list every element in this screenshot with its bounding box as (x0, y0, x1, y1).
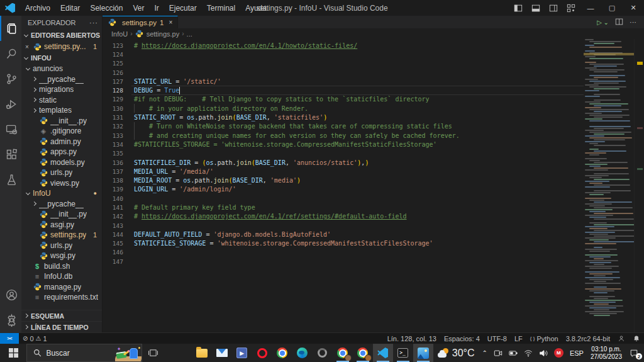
keyboard-language[interactable]: ESP (567, 344, 587, 362)
tree-file-asgi-py[interactable]: asgi.py (21, 220, 102, 230)
meet-now-icon[interactable] (491, 344, 506, 362)
tree-folder-anuncios[interactable]: anuncios (21, 64, 102, 74)
tree-folder--pycache-[interactable]: __pycache__ (21, 199, 102, 210)
close-icon[interactable]: × (25, 43, 33, 50)
eol-sequence[interactable]: LF (511, 333, 526, 344)
taskbar-edge-icon[interactable] (292, 344, 313, 362)
menu-terminal[interactable]: Terminal (202, 0, 240, 16)
minimize-button[interactable]: — (580, 0, 601, 16)
menu-selección[interactable]: Selección (85, 0, 128, 16)
tree-folder-infou[interactable]: InfoU● (21, 188, 102, 199)
workspace-root-section[interactable]: INFOU (21, 52, 102, 64)
tree-folder-templates[interactable]: templates (21, 105, 102, 116)
tree-file-urls-py[interactable]: urls.py (21, 167, 102, 178)
code-editor[interactable]: 123# https://docs.djangoproject.com/en/4… (103, 39, 644, 332)
battery-icon[interactable] (506, 344, 521, 362)
minimap[interactable] (584, 39, 634, 332)
tree-file--init-py[interactable]: __init__.py (21, 116, 102, 127)
tree-file-manage-py[interactable]: manage.py (21, 282, 102, 293)
tree-file-models-py[interactable]: models.py (21, 157, 102, 168)
overview-ruler[interactable] (634, 39, 644, 332)
activity-remote-explorer[interactable] (0, 116, 21, 142)
outline-section[interactable]: ESQUEMA (21, 310, 102, 321)
search-input[interactable]: Buscar ✦ (26, 344, 142, 362)
tree-file-settings-py[interactable]: settings.py1 (21, 230, 102, 240)
taskbar-vscode-icon[interactable] (373, 344, 393, 362)
explorer-more-actions-icon[interactable]: ··· (89, 19, 98, 26)
more-actions-icon[interactable]: ··· (630, 18, 636, 26)
taskbar-movies-tv-icon[interactable]: ▶ (232, 344, 252, 362)
layout-panel-icon[interactable] (527, 0, 545, 16)
menu-ejecutar[interactable]: Ejecutar (164, 0, 202, 16)
tree-file-views-py[interactable]: views.py (21, 178, 102, 189)
hidden-icons-chevron-icon[interactable]: ⌃ (479, 344, 491, 362)
menu-ir[interactable]: Ir (149, 0, 164, 16)
open-editors-section[interactable]: EDITORES ABIERTOS (21, 30, 102, 41)
activity-extensions[interactable] (0, 142, 21, 167)
tree-file-wsgi-py[interactable]: wsgi.py (21, 251, 102, 261)
task-view-button[interactable] (142, 344, 164, 362)
taskbar-chrome-icon[interactable] (272, 344, 292, 362)
maximize-button[interactable]: ▢ (601, 0, 623, 16)
search-highlights-illustration[interactable]: ✦ (115, 344, 142, 361)
encoding[interactable]: UTF-8 (484, 333, 511, 344)
taskbar-file-explorer-icon[interactable] (192, 344, 212, 362)
tree-file--init-py[interactable]: __init__.py (21, 209, 102, 220)
activity-testing[interactable] (0, 167, 21, 192)
tree-file-apps-py[interactable]: apps.py (21, 147, 102, 157)
taskbar-photos-icon[interactable] (413, 344, 433, 362)
remote-indicator[interactable]: >< (0, 333, 19, 344)
python-interpreter[interactable]: 3.8.2rc2 64-bit (562, 333, 614, 344)
activity-explorer[interactable] (0, 16, 21, 41)
tree-folder--pycache-[interactable]: __pycache__ (21, 74, 102, 85)
menu-archivo[interactable]: Archivo (20, 0, 55, 16)
clock[interactable]: 03:10 p.m. 27/05/2023 (587, 346, 626, 361)
close-button[interactable]: ✕ (623, 0, 644, 16)
language-mode[interactable]: { } Python (526, 333, 562, 344)
weather-widget[interactable]: 30°C (433, 348, 479, 359)
mega-icon[interactable]: M (551, 344, 567, 362)
menu-editar[interactable]: Editar (55, 0, 85, 16)
taskbar-mail-icon[interactable] (212, 344, 232, 362)
breadcrumb[interactable]: InfoU › settings.py › ... (103, 28, 644, 39)
close-icon[interactable]: × (169, 19, 172, 26)
taskbar-terminal-icon[interactable]: >_ (393, 344, 413, 362)
activity-search[interactable] (0, 41, 21, 66)
open-editor-settings-py[interactable]: × settings.py... 1 (21, 41, 102, 52)
tree-folder-migrations[interactable]: migrations (21, 84, 102, 95)
indentation[interactable]: Espacios: 4 (440, 333, 484, 344)
taskbar-app-grey-icon[interactable] (313, 344, 333, 362)
notifications-bell-icon[interactable] (629, 333, 644, 344)
feedback-icon[interactable] (614, 333, 629, 344)
wifi-icon[interactable] (521, 344, 536, 362)
activity-account[interactable] (0, 282, 21, 307)
tree-file-admin-py[interactable]: admin.py (21, 137, 102, 147)
layout-customize-icon[interactable] (562, 0, 580, 16)
problems-status[interactable]: ⊘ 0 ⚠ 1 (19, 333, 51, 344)
menu-ayuda[interactable]: Ayuda (240, 0, 272, 16)
tab-settings-py[interactable]: settings.py 1 × (103, 16, 178, 28)
taskbar-opera-icon[interactable] (252, 344, 272, 362)
start-button[interactable] (0, 344, 26, 362)
run-python-file-button[interactable]: ▷ ⌄ (597, 19, 609, 26)
timeline-section[interactable]: LÍNEA DE TIEMPO (21, 321, 102, 332)
taskbar-chrome-profile-1-icon[interactable] (333, 344, 353, 362)
tree-file-requirements-txt[interactable]: ≡requirements.txt (21, 292, 102, 303)
split-editor-icon[interactable] (615, 18, 623, 27)
tree-folder-static[interactable]: static (21, 95, 102, 106)
action-center-button[interactable]: 2 (626, 344, 644, 362)
layout-sidebar-right-icon[interactable] (545, 0, 562, 16)
tree-file-build-sh[interactable]: $build.sh (21, 261, 102, 272)
volume-icon[interactable] (536, 344, 551, 362)
layout-sidebar-left-icon[interactable] (509, 0, 527, 16)
activity-source-control[interactable] (0, 66, 21, 91)
activity-run-debug[interactable] (0, 91, 21, 116)
taskbar-chrome-profile-2-icon[interactable] (353, 344, 373, 362)
line-number: 141 (103, 204, 131, 211)
tree-file-urls-py[interactable]: urls.py (21, 240, 102, 251)
cursor-position[interactable]: Lín. 128, col. 13 (384, 333, 440, 344)
menu-ver[interactable]: Ver (128, 0, 149, 16)
activity-settings[interactable] (0, 307, 21, 332)
tree-file-infou-db[interactable]: ≡InfoU.db (21, 271, 102, 282)
tree-file--gitignore[interactable]: ◈.gitignore (21, 126, 102, 137)
